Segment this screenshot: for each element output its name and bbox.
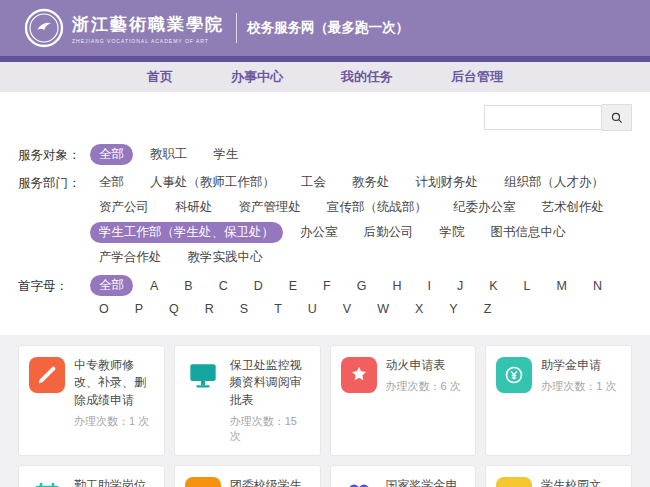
school-name-en: ZHEJIANG VOCATIONAL ACADEMY OF ART: [72, 38, 224, 44]
service-card-body: 国家奖学金申请办理次数：2 次: [386, 477, 466, 487]
filter-option[interactable]: Q: [160, 300, 188, 318]
service-card-title: 国家奖学金申请: [386, 477, 466, 487]
filter-row-service-target: 服务对象：全部教职工学生: [18, 144, 632, 165]
filter-option[interactable]: O: [90, 300, 118, 318]
service-card-body: 助学金申请办理次数：1 次: [541, 357, 616, 444]
nav-item-1[interactable]: 办事中心: [231, 68, 283, 86]
filter-option[interactable]: E: [280, 277, 306, 295]
service-card[interactable]: 团委校级学生活动物资借用申请办理次数：5 次: [174, 465, 321, 487]
filter-option[interactable]: V: [334, 300, 360, 318]
nav-item-2[interactable]: 我的任务: [341, 68, 393, 86]
school-brand: 浙江藝術職業學院 ZHEJIANG VOCATIONAL ACADEMY OF …: [72, 13, 224, 44]
filter-option[interactable]: 组织部（人才办）: [495, 172, 613, 193]
filter-option[interactable]: 教职工: [141, 144, 197, 165]
filter-option[interactable]: 产学合作处: [90, 247, 171, 268]
search-icon: [610, 111, 624, 125]
filter-option[interactable]: H: [383, 277, 410, 295]
service-card[interactable]: 国家奖学金申请办理次数：2 次: [330, 465, 477, 487]
filter-option[interactable]: 全部: [90, 172, 133, 193]
service-card-title: 动火申请表: [386, 357, 461, 374]
service-card-title: 中专教师修改、补录、删除成绩申请: [74, 357, 154, 409]
filter-options-initial-letter: 全部ABCDEFGHIJKLMNOPQRSTUVWXYZ: [90, 275, 632, 318]
filter-option[interactable]: S: [231, 300, 257, 318]
service-cards-grid: 中专教师修改、补录、删除成绩申请办理次数：1 次保卫处监控视频资料调阅审批表办理…: [18, 345, 632, 487]
filter-option[interactable]: 纪委办公室: [444, 197, 525, 218]
filter-row-initial-letter: 首字母：全部ABCDEFGHIJKLMNOPQRSTUVWXYZ: [18, 275, 632, 318]
service-card[interactable]: 助学金申请办理次数：1 次: [485, 345, 632, 456]
filter-option[interactable]: 人事处（教师工作部）: [141, 172, 284, 193]
filter-option[interactable]: 全部: [90, 144, 133, 165]
filter-option[interactable]: X: [406, 300, 432, 318]
filter-option[interactable]: 后勤公司: [355, 222, 423, 243]
filter-option[interactable]: D: [245, 277, 272, 295]
service-card-body: 勤工助学岗位申报办理次数：16 次: [74, 477, 154, 487]
service-card-title: 勤工助学岗位申报: [74, 477, 154, 487]
service-card[interactable]: 中专教师修改、补录、删除成绩申请办理次数：1 次: [18, 345, 165, 456]
service-card-title: 团委校级学生活动物资借用申请: [230, 477, 310, 487]
filter-option[interactable]: M: [548, 277, 576, 295]
filter-option[interactable]: Z: [475, 300, 501, 318]
filter-option[interactable]: W: [368, 300, 398, 318]
filter-option[interactable]: 资产管理处: [230, 197, 311, 218]
service-card-title: 助学金申请: [541, 357, 616, 374]
filter-option[interactable]: 教务处: [343, 172, 399, 193]
filter-option[interactable]: B: [175, 277, 201, 295]
filter-option[interactable]: 宣传部（统战部）: [318, 197, 436, 218]
filter-option[interactable]: P: [126, 300, 152, 318]
service-card-body: 团委校级学生活动物资借用申请办理次数：5 次: [230, 477, 310, 487]
filter-option[interactable]: I: [419, 277, 440, 295]
service-card[interactable]: 动火申请表办理次数：6 次: [330, 345, 477, 456]
filter-option[interactable]: 计划财务处: [407, 172, 488, 193]
star-icon: [341, 357, 377, 393]
pen-icon: [29, 357, 65, 393]
filter-label-service-target: 服务对象：: [18, 144, 90, 164]
service-card[interactable]: 保卫处监控视频资料调阅审批表办理次数：15 次: [174, 345, 321, 456]
filter-option[interactable]: K: [480, 277, 506, 295]
service-card-count: 办理次数：15 次: [230, 414, 310, 444]
service-card[interactable]: 勤工助学岗位申报办理次数：16 次: [18, 465, 165, 487]
filter-option[interactable]: 教学实践中心: [179, 247, 272, 268]
filter-option[interactable]: 学生: [205, 144, 248, 165]
filter-option[interactable]: R: [196, 300, 223, 318]
filter-option[interactable]: 图书信息中心: [482, 222, 575, 243]
filter-option[interactable]: A: [141, 277, 167, 295]
filter-option[interactable]: 办公室: [291, 222, 347, 243]
filter-option[interactable]: 艺术创作处: [533, 197, 614, 218]
nav-item-3[interactable]: 后台管理: [451, 68, 503, 86]
filter-options-service-target: 全部教职工学生: [90, 144, 632, 165]
filter-option[interactable]: N: [584, 277, 611, 295]
service-card-title: 学生校园文化、社会实践活动审批备案: [541, 477, 621, 487]
service-card-count: 办理次数：6 次: [386, 379, 461, 394]
calendar-icon: [29, 477, 65, 487]
service-card-body: 动火申请表办理次数：6 次: [386, 357, 461, 444]
filter-option[interactable]: 工会: [292, 172, 335, 193]
filter-option[interactable]: J: [448, 277, 472, 295]
filter-option[interactable]: 学生工作部（学生处、保卫处）: [90, 222, 283, 243]
header-divider: [236, 13, 237, 43]
filter-option[interactable]: 学院: [431, 222, 474, 243]
filter-option[interactable]: L: [515, 277, 540, 295]
clover-icon: [341, 477, 377, 487]
filter-option[interactable]: T: [265, 300, 291, 318]
filter-option[interactable]: 科研处: [166, 197, 222, 218]
search-button[interactable]: [602, 104, 632, 131]
filter-option[interactable]: 全部: [90, 275, 133, 296]
filter-option[interactable]: U: [299, 300, 326, 318]
coin-icon: [496, 357, 532, 393]
search-input[interactable]: [484, 105, 602, 130]
filter-option[interactable]: Y: [440, 300, 466, 318]
filter-option[interactable]: C: [210, 277, 237, 295]
filter-label-service-department: 服务部门：: [18, 172, 90, 192]
filter-option[interactable]: G: [348, 277, 376, 295]
service-card-count: 办理次数：1 次: [74, 414, 154, 429]
filter-option[interactable]: F: [314, 277, 340, 295]
service-card-body: 中专教师修改、补录、删除成绩申请办理次数：1 次: [74, 357, 154, 444]
school-seal-logo: [24, 8, 64, 48]
service-card[interactable]: 学生校园文化、社会实践活动审批备案办理次数：1 次: [485, 465, 632, 487]
page-header: 浙江藝術職業學院 ZHEJIANG VOCATIONAL ACADEMY OF …: [0, 0, 650, 56]
medal-icon: [496, 477, 532, 487]
monitor-icon: [185, 357, 221, 393]
filter-option[interactable]: 资产公司: [90, 197, 158, 218]
filter-label-initial-letter: 首字母：: [18, 275, 90, 295]
nav-item-0[interactable]: 首页: [147, 68, 173, 86]
